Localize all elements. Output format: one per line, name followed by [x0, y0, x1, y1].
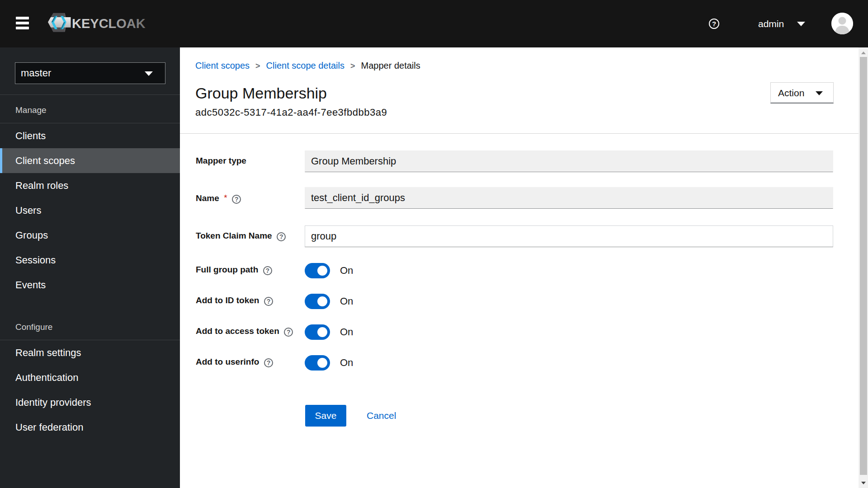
svg-text:KEYCLOAK: KEYCLOAK: [72, 16, 146, 31]
